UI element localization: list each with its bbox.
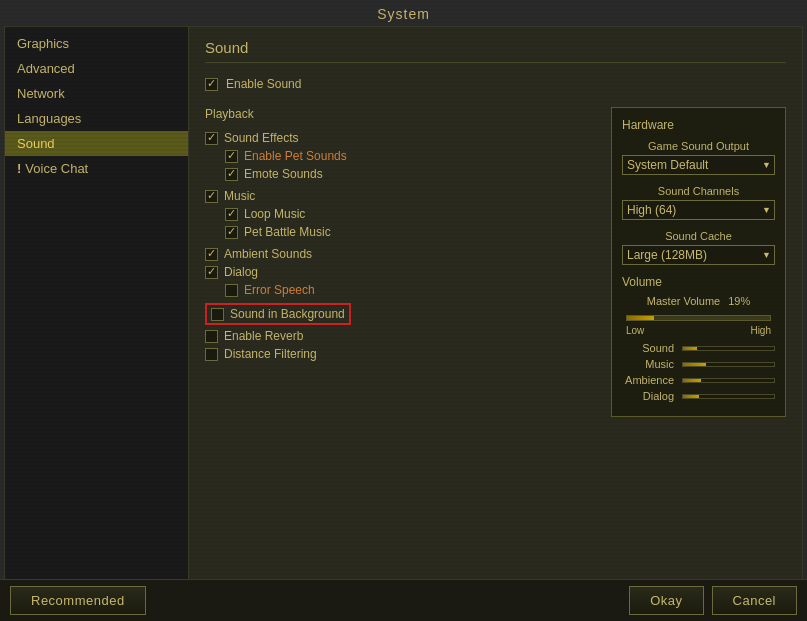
enable-sound-label: Enable Sound	[226, 77, 301, 91]
bottom-bar: Recommended Okay Cancel	[0, 579, 807, 621]
game-sound-output-label: Game Sound Output	[622, 140, 775, 152]
sound-channels-select-wrapper: High (64)	[622, 200, 775, 220]
sound-cache-section: Sound Cache Large (128MB)	[622, 230, 775, 265]
ambience-vol-label: Ambience	[622, 374, 682, 386]
dialog-vol-fill	[683, 395, 699, 398]
enable-reverb-checkbox[interactable]	[205, 330, 218, 343]
okay-button[interactable]: Okay	[629, 586, 703, 615]
playback-header: Playback	[205, 107, 595, 121]
master-volume-track[interactable]	[626, 315, 771, 321]
distance-filtering-checkbox[interactable]	[205, 348, 218, 361]
ambient-sounds-label: Ambient Sounds	[224, 247, 312, 261]
hardware-box: Hardware Game Sound Output System Defaul…	[611, 107, 786, 417]
dialog-vol-label: Dialog	[622, 390, 682, 402]
sound-volume-row: Sound	[622, 342, 775, 354]
high-label: High	[750, 325, 771, 336]
cancel-button[interactable]: Cancel	[712, 586, 797, 615]
game-sound-output-select-wrapper: System Default	[622, 155, 775, 175]
enable-pet-sounds-item[interactable]: Enable Pet Sounds	[225, 147, 595, 165]
sidebar-item-network[interactable]: Network	[5, 81, 188, 106]
enable-sound-row: Enable Sound	[205, 77, 786, 91]
low-high-labels: Low High	[622, 325, 775, 336]
music-vol-track[interactable]	[682, 362, 775, 367]
ambient-sounds-checkbox[interactable]	[205, 248, 218, 261]
action-buttons: Okay Cancel	[629, 586, 797, 615]
sidebar-item-advanced[interactable]: Advanced	[5, 56, 188, 81]
pet-battle-music-checkbox[interactable]	[225, 226, 238, 239]
volume-header: Volume	[622, 275, 775, 289]
enable-sound-checkbox[interactable]	[205, 78, 218, 91]
sound-channels-label: Sound Channels	[622, 185, 775, 197]
game-sound-output-select[interactable]: System Default	[622, 155, 775, 175]
window-title: System	[0, 0, 807, 26]
dialog-vol-track[interactable]	[682, 394, 775, 399]
ambience-volume-row: Ambience	[622, 374, 775, 386]
dialog-item[interactable]: Dialog	[205, 263, 595, 281]
loop-music-checkbox[interactable]	[225, 208, 238, 221]
settings-columns: Playback Sound Effects Enable Pet Sounds…	[205, 107, 786, 417]
sidebar-item-sound[interactable]: Sound	[5, 131, 188, 156]
master-volume-label: Master Volume	[647, 295, 720, 307]
master-volume-fill	[627, 316, 654, 320]
enable-reverb-item[interactable]: Enable Reverb	[205, 327, 595, 345]
sound-in-background-wrapper: Sound in Background	[205, 303, 595, 325]
sound-vol-fill	[683, 347, 697, 350]
sidebar-item-languages[interactable]: Languages	[5, 106, 188, 131]
sound-vol-track[interactable]	[682, 346, 775, 351]
sidebar-item-graphics[interactable]: Graphics	[5, 31, 188, 56]
sidebar-item-voice-chat[interactable]: Voice Chat	[5, 156, 188, 181]
hardware-column: Hardware Game Sound Output System Defaul…	[611, 107, 786, 417]
sound-cache-label: Sound Cache	[622, 230, 775, 242]
game-sound-output-section: Game Sound Output System Default	[622, 140, 775, 175]
emote-sounds-label: Emote Sounds	[244, 167, 323, 181]
sound-in-background-checkbox[interactable]	[211, 308, 224, 321]
dialog-volume-row: Dialog	[622, 390, 775, 402]
sound-channels-select[interactable]: High (64)	[622, 200, 775, 220]
volume-section: Volume Master Volume 19%	[622, 275, 775, 402]
ambient-sounds-item[interactable]: Ambient Sounds	[205, 245, 595, 263]
sound-in-background-label: Sound in Background	[230, 307, 345, 321]
dialog-label: Dialog	[224, 265, 258, 279]
sound-effects-item[interactable]: Sound Effects	[205, 129, 595, 147]
sound-cache-select-wrapper: Large (128MB)	[622, 245, 775, 265]
sound-effects-label: Sound Effects	[224, 131, 299, 145]
error-speech-label: Error Speech	[244, 283, 315, 297]
master-volume-row: Master Volume 19%	[622, 295, 775, 307]
distance-filtering-item[interactable]: Distance Filtering	[205, 345, 595, 363]
master-volume-pct: 19%	[728, 295, 750, 307]
dialog-checkbox[interactable]	[205, 266, 218, 279]
music-volume-row: Music	[622, 358, 775, 370]
pet-battle-music-item[interactable]: Pet Battle Music	[225, 223, 595, 241]
enable-pet-sounds-checkbox[interactable]	[225, 150, 238, 163]
music-label: Music	[224, 189, 255, 203]
enable-pet-sounds-label: Enable Pet Sounds	[244, 149, 347, 163]
pet-battle-music-label: Pet Battle Music	[244, 225, 331, 239]
error-speech-item[interactable]: Error Speech	[225, 281, 595, 299]
music-item[interactable]: Music	[205, 187, 595, 205]
hardware-header: Hardware	[622, 118, 775, 132]
error-speech-checkbox[interactable]	[225, 284, 238, 297]
low-label: Low	[626, 325, 644, 336]
ambience-vol-fill	[683, 379, 701, 382]
ambience-vol-track[interactable]	[682, 378, 775, 383]
music-vol-fill	[683, 363, 706, 366]
playback-column: Playback Sound Effects Enable Pet Sounds…	[205, 107, 595, 417]
emote-sounds-item[interactable]: Emote Sounds	[225, 165, 595, 183]
music-vol-label: Music	[622, 358, 682, 370]
loop-music-label: Loop Music	[244, 207, 305, 221]
section-title: Sound	[205, 39, 786, 63]
music-checkbox[interactable]	[205, 190, 218, 203]
recommended-button[interactable]: Recommended	[10, 586, 146, 615]
sidebar: Graphics Advanced Network Languages Soun…	[4, 26, 189, 587]
content-area: Sound Enable Sound Playback Sound Effect…	[189, 26, 803, 587]
sound-vol-label: Sound	[622, 342, 682, 354]
sound-cache-select[interactable]: Large (128MB)	[622, 245, 775, 265]
enable-reverb-label: Enable Reverb	[224, 329, 303, 343]
loop-music-item[interactable]: Loop Music	[225, 205, 595, 223]
sound-effects-checkbox[interactable]	[205, 132, 218, 145]
title-text: System	[377, 6, 430, 22]
sound-in-background-item[interactable]: Sound in Background	[205, 303, 351, 325]
master-slider-container	[622, 315, 775, 321]
emote-sounds-checkbox[interactable]	[225, 168, 238, 181]
distance-filtering-label: Distance Filtering	[224, 347, 317, 361]
